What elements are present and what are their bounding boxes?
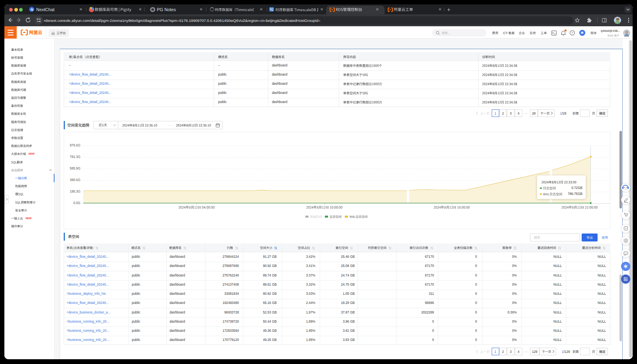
svg-text:A: A xyxy=(625,228,626,230)
